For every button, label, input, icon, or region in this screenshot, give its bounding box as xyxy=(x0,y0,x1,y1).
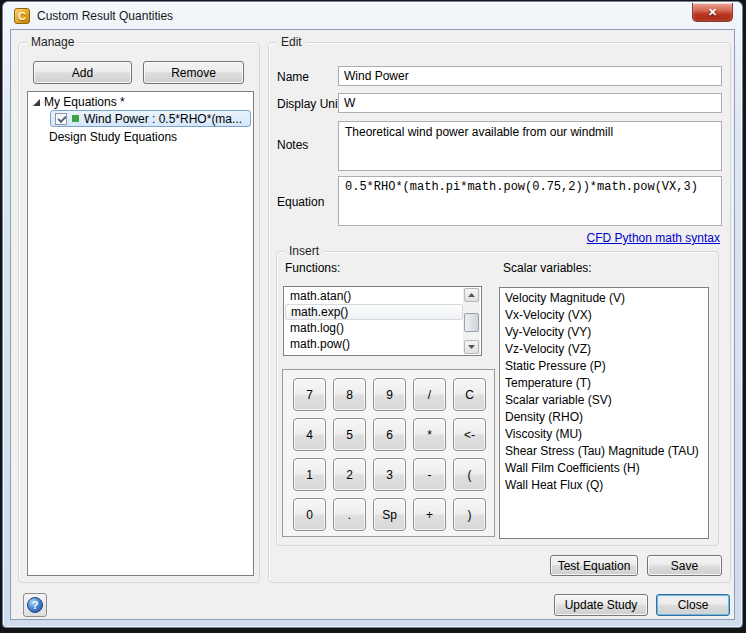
scalar-variable-item[interactable]: Velocity Magnitude (V) xyxy=(500,290,708,307)
app-logo-icon: C xyxy=(14,8,30,24)
keypad-key-<-[interactable]: <- xyxy=(453,418,486,451)
scalar-variable-item[interactable]: Wall Film Coefficients (H) xyxy=(500,460,708,477)
keypad-key-([interactable]: ( xyxy=(453,458,486,491)
scalar-variable-item[interactable]: Vx-Velocity (VX) xyxy=(500,307,708,324)
scalar-variable-item[interactable]: Vy-Velocity (VY) xyxy=(500,324,708,341)
keypad-key--[interactable]: - xyxy=(413,458,446,491)
keypad-key-2[interactable]: 2 xyxy=(333,458,366,491)
save-button[interactable]: Save xyxy=(647,555,722,576)
function-item[interactable]: math.log() xyxy=(285,320,463,336)
keypad-key-C[interactable]: C xyxy=(453,378,486,411)
scalar-variable-item[interactable]: Temperature (T) xyxy=(500,375,708,392)
insert-group: Insert Functions: math.atan()math.exp()m… xyxy=(276,251,719,546)
equation-item-label: Wind Power : 0.5*RHO*(ma... xyxy=(84,111,242,127)
keypad-key-.[interactable]: . xyxy=(333,498,366,531)
dialog-body: Manage Add Remove My Equations * Wind Po… xyxy=(10,29,735,620)
keypad-key-)[interactable]: ) xyxy=(453,498,486,531)
window-title: Custom Result Quantities xyxy=(37,9,173,23)
scalar-variable-item[interactable]: Vz-Velocity (VZ) xyxy=(500,341,708,358)
keypad-key-+[interactable]: + xyxy=(413,498,446,531)
test-equation-button[interactable]: Test Equation xyxy=(550,555,638,576)
scalar-variable-item[interactable]: Wall Heat Flux (Q) xyxy=(500,477,708,494)
keypad-key-Sp[interactable]: Sp xyxy=(373,498,406,531)
close-icon: ✕ xyxy=(708,6,717,19)
keypad-key-4[interactable]: 4 xyxy=(293,418,326,451)
display-units-label: Display Units xyxy=(277,97,347,111)
keypad-key-3[interactable]: 3 xyxy=(373,458,406,491)
tree-root-label: My Equations * xyxy=(44,94,125,110)
function-item[interactable]: math.exp() xyxy=(285,304,463,320)
close-window-button[interactable]: ✕ xyxy=(692,3,733,22)
manage-group: Manage Add Remove My Equations * Wind Po… xyxy=(18,42,260,583)
add-button[interactable]: Add xyxy=(33,61,132,84)
tree-equation-row[interactable]: Wind Power : 0.5*RHO*(ma... xyxy=(28,110,253,129)
equations-tree[interactable]: My Equations * Wind Power : 0.5*RHO*(ma.… xyxy=(27,91,254,576)
scalar-variable-item[interactable]: Viscosity (MU) xyxy=(500,426,708,443)
notes-textarea[interactable]: Theoretical wind power available from ou… xyxy=(338,121,722,171)
display-units-input[interactable] xyxy=(338,93,722,113)
scalar-variables-list[interactable]: Velocity Magnitude (V)Vx-Velocity (VX)Vy… xyxy=(499,287,709,539)
scalar-variables-label: Scalar variables: xyxy=(503,261,592,275)
remove-button[interactable]: Remove xyxy=(143,61,244,84)
manage-group-label: Manage xyxy=(27,35,78,49)
keypad-key-9[interactable]: 9 xyxy=(373,378,406,411)
cfd-python-syntax-link[interactable]: CFD Python math syntax xyxy=(587,231,720,245)
keypad-key-/[interactable]: / xyxy=(413,378,446,411)
scalar-variable-item[interactable]: Scalar variable (SV) xyxy=(500,392,708,409)
tree-expander-icon[interactable] xyxy=(33,99,40,106)
selected-equation-item[interactable]: Wind Power : 0.5*RHO*(ma... xyxy=(50,110,251,127)
keypad-key-5[interactable]: 5 xyxy=(333,418,366,451)
functions-list[interactable]: math.atan()math.exp()math.log()math.pow(… xyxy=(283,286,482,356)
keypad-key-*[interactable]: * xyxy=(413,418,446,451)
arrow-up-icon xyxy=(468,293,475,297)
functions-scrollbar[interactable] xyxy=(463,288,480,354)
help-icon: ? xyxy=(27,597,43,613)
name-input[interactable] xyxy=(338,66,722,86)
close-button[interactable]: Close xyxy=(656,594,730,616)
keypad-key-7[interactable]: 7 xyxy=(293,378,326,411)
arrow-down-icon xyxy=(468,345,475,349)
edit-group: Edit Name Display Units Notes Theoretica… xyxy=(268,42,731,583)
tree-root-row[interactable]: My Equations * xyxy=(28,94,253,110)
scroll-down-button[interactable] xyxy=(464,340,479,354)
dialog-window: C Custom Result Quantities ✕ Manage Add … xyxy=(2,1,743,628)
notes-label: Notes xyxy=(277,138,308,152)
keypad-key-8[interactable]: 8 xyxy=(333,378,366,411)
scalar-variable-item[interactable]: Shear Stress (Tau) Magnitude (TAU) xyxy=(500,443,708,460)
design-study-label: Design Study Equations xyxy=(49,130,177,144)
equation-checkbox[interactable] xyxy=(55,113,67,125)
functions-label: Functions: xyxy=(285,261,340,275)
function-item[interactable]: math.atan() xyxy=(285,288,463,304)
scalar-variable-item[interactable]: Density (RHO) xyxy=(500,409,708,426)
equation-label: Equation xyxy=(277,195,324,209)
keypad-panel: 789/C456*<-123-(0.Sp+) xyxy=(282,369,495,537)
edit-group-label: Edit xyxy=(277,35,306,49)
help-button[interactable]: ? xyxy=(23,593,47,617)
keypad-key-6[interactable]: 6 xyxy=(373,418,406,451)
keypad-key-0[interactable]: 0 xyxy=(293,498,326,531)
keypad-key-1[interactable]: 1 xyxy=(293,458,326,491)
scalar-variable-item[interactable]: Static Pressure (P) xyxy=(500,358,708,375)
tree-design-study-row[interactable]: Design Study Equations xyxy=(28,129,253,145)
update-study-button[interactable]: Update Study xyxy=(554,594,648,616)
scroll-up-button[interactable] xyxy=(464,288,479,302)
equation-bullet-icon xyxy=(72,115,79,122)
equation-textarea[interactable]: 0.5*RHO*(math.pi*math.pow(0.75,2))*math.… xyxy=(338,176,722,226)
function-item[interactable]: math.pow() xyxy=(285,336,463,352)
name-label: Name xyxy=(277,70,309,84)
scrollbar-thumb[interactable] xyxy=(464,313,479,332)
insert-group-label: Insert xyxy=(285,244,323,258)
title-bar[interactable]: C Custom Result Quantities xyxy=(3,2,742,29)
